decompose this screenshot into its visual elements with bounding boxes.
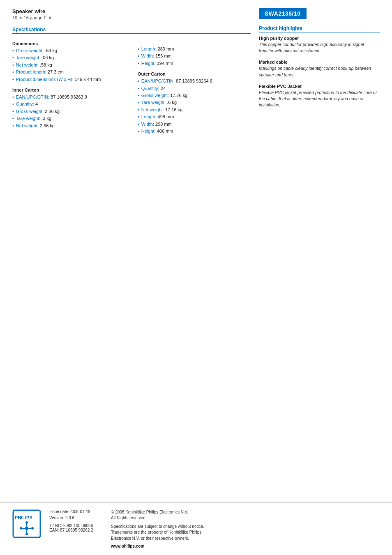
list-item: Tare weight: .06 kg bbox=[12, 55, 125, 61]
left-column: Speaker wire 10 m 16 gauge Flat Specific… bbox=[12, 8, 251, 139]
product-title: Speaker wire bbox=[12, 8, 251, 14]
disclaimer: Specifications are subject to change wit… bbox=[111, 524, 380, 542]
specifications-heading: Specifications bbox=[12, 27, 251, 34]
spec-label: Product length: bbox=[16, 69, 46, 75]
spec-label: Width: bbox=[141, 121, 154, 127]
list-item: Width: 298 mm bbox=[138, 121, 251, 127]
philips-logo: PHILIPS bbox=[12, 509, 41, 539]
spec-label: Length: bbox=[141, 114, 157, 120]
spec-label: EAN/UPC/GTIN: bbox=[16, 94, 49, 100]
product-subtitle: 10 m 16 gauge Flat bbox=[12, 15, 251, 20]
list-item: Height: 194 mm bbox=[138, 60, 251, 67]
svg-point-3 bbox=[25, 533, 28, 535]
highlight-3-desc: Flexible PVC jacket provided protection … bbox=[259, 90, 380, 108]
svg-text:PHILIPS: PHILIPS bbox=[15, 515, 32, 520]
inner-carton-list: EAN/UPC/GTIN: 87 10895 93263 9 Quantity:… bbox=[12, 94, 125, 129]
svg-point-2 bbox=[25, 521, 28, 524]
spec-value: 27.3 cm bbox=[48, 69, 64, 75]
list-item: Tare weight: .3 kg bbox=[12, 115, 125, 122]
footer-right: © 2008 Koninklijke Philips Electronics N… bbox=[111, 509, 380, 549]
spec-label: Net weight: bbox=[16, 62, 39, 68]
spec-label: Length: bbox=[141, 46, 157, 52]
highlights-heading: Product highlights bbox=[259, 25, 380, 32]
list-item: Length: 498 mm bbox=[138, 114, 251, 120]
list-item: Quantity: 4 bbox=[12, 101, 125, 107]
outer-carton-list: EAN/UPC/GTIN: 87 10895 93264 6 Quantity:… bbox=[138, 78, 251, 134]
nc-ean: 12 NC: 9082 100 06086 EAN: 87 10895 9326… bbox=[49, 523, 103, 532]
spec-label: Tare weight: bbox=[141, 99, 166, 106]
right-column: SWA2138/10 Product highlights High purit… bbox=[259, 8, 380, 139]
spec-value: 498 mm bbox=[158, 114, 174, 120]
version: Version: 2.0.6 bbox=[49, 516, 103, 520]
highlight-2-desc: Markings on cable clearly identify corre… bbox=[259, 65, 380, 78]
spec-value: .6 kg bbox=[167, 99, 177, 106]
list-item: Tare weight: .6 kg bbox=[138, 99, 251, 106]
highlight-3: Flexible PVC Jacket Flexible PVC jacket … bbox=[259, 84, 380, 108]
highlight-1-title: High purity copper bbox=[259, 36, 380, 41]
list-item: EAN/UPC/GTIN: 87 10895 93263 9 bbox=[12, 94, 125, 100]
spec-label: Net weight: bbox=[16, 123, 39, 129]
spec-value: .58 kg bbox=[40, 62, 52, 68]
highlight-3-title: Flexible PVC Jacket bbox=[259, 84, 380, 89]
svg-point-5 bbox=[31, 527, 34, 530]
svg-point-4 bbox=[20, 527, 22, 530]
spec-label: Gross weight: bbox=[16, 48, 44, 54]
list-item: EAN/UPC/GTIN: 87 10895 93264 6 bbox=[138, 78, 251, 84]
spec-label: Gross weight: bbox=[16, 108, 44, 115]
spec-value: 298 mm bbox=[155, 121, 172, 127]
copyright: © 2008 Koninklijke Philips Electronics N… bbox=[111, 509, 380, 521]
spec-label: Tare weight: bbox=[16, 55, 40, 61]
spec-value: 87 10895 93264 6 bbox=[176, 78, 212, 84]
issue-date: Issue date 2008-01-19 bbox=[49, 509, 103, 514]
spec-label: Height: bbox=[141, 128, 156, 134]
spec-value: 17.16 kg bbox=[165, 107, 182, 113]
list-item: Height: 406 mm bbox=[138, 128, 251, 134]
spec-value: 2.86 kg bbox=[45, 108, 60, 115]
spec-value: 4 bbox=[35, 101, 38, 107]
outer-carton-heading: Outer Carton bbox=[138, 71, 251, 76]
list-item: Gross weight: 2.86 kg bbox=[12, 108, 125, 115]
spec-value: .06 kg bbox=[42, 55, 54, 61]
list-item: Gross weight: 17.76 kg bbox=[138, 92, 251, 99]
list-item: Length: 280 mm bbox=[138, 46, 251, 52]
spec-label: Net weight: bbox=[141, 107, 164, 113]
spec-value: 24 bbox=[161, 85, 166, 92]
list-item: Gross weight: .64 kg bbox=[12, 48, 125, 54]
spec-value: 87 10895 93263 9 bbox=[51, 94, 87, 100]
inner-carton-heading: Inner Carton bbox=[12, 88, 125, 92]
list-item: Quantity: 24 bbox=[138, 85, 251, 92]
spec-label: Quantity: bbox=[16, 101, 34, 107]
list-item: Net weight: 17.16 kg bbox=[138, 107, 251, 113]
spec-value: 194 mm bbox=[157, 60, 173, 67]
spec-label: Height: bbox=[141, 60, 156, 67]
spec-value: 156 mm bbox=[155, 53, 172, 59]
spec-value: 2.56 kg bbox=[40, 123, 55, 129]
spec-value: 280 mm bbox=[158, 46, 174, 52]
specs-left-col: Dimensions Gross weight: .64 kg Tare wei… bbox=[12, 37, 125, 139]
spec-label: Quantity: bbox=[141, 85, 159, 92]
col2-list: Length: 280 mm Width: 156 mm Height: 194… bbox=[138, 46, 251, 67]
highlight-2-title: Marked cable bbox=[259, 60, 380, 64]
list-item: Net weight: 2.56 kg bbox=[12, 123, 125, 129]
specs-right-col: Length: 280 mm Width: 156 mm Height: 194… bbox=[138, 37, 251, 139]
highlight-1: High purity copper This copper conductor… bbox=[259, 36, 380, 54]
spec-value: 146 x 44 mm bbox=[75, 76, 101, 83]
highlight-1-desc: This copper conductor provides high accu… bbox=[259, 41, 380, 54]
spec-value: 17.76 kg bbox=[170, 92, 187, 99]
svg-point-8 bbox=[25, 527, 28, 530]
list-item: Product length: 27.3 cm bbox=[12, 69, 125, 75]
list-item: Net weight: .58 kg bbox=[12, 62, 125, 68]
spec-label: Width: bbox=[141, 53, 154, 59]
spec-value: .3 kg bbox=[42, 115, 51, 122]
footer: PHILIPS Issue date 2008-01-19 Version: 2… bbox=[0, 502, 392, 555]
highlight-2: Marked cable Markings on cable clearly i… bbox=[259, 60, 380, 78]
dimensions-list: Gross weight: .64 kg Tare weight: .06 kg… bbox=[12, 48, 125, 83]
list-item: Width: 156 mm bbox=[138, 53, 251, 59]
spec-label: Tare weight: bbox=[16, 115, 40, 122]
website: www.philips.com bbox=[111, 544, 380, 548]
spec-label: Gross weight: bbox=[141, 92, 169, 99]
spec-value: .64 kg bbox=[45, 48, 57, 54]
list-item: Product dimensions (W x H): 146 x 44 mm bbox=[12, 76, 125, 83]
spec-label: EAN/UPC/GTIN: bbox=[141, 78, 175, 84]
footer-middle: Issue date 2008-01-19 Version: 2.0.6 12 … bbox=[49, 509, 103, 532]
